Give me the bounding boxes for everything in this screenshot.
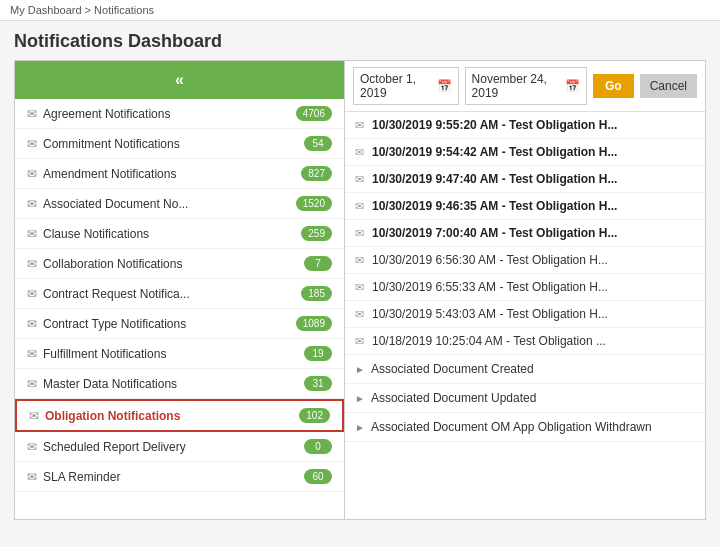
email-text-8: 10/18/2019 10:25:04 AM - Test Obligation… xyxy=(372,334,606,348)
notif-item-0[interactable]: ✉ Agreement Notifications 4706 xyxy=(15,99,344,129)
email-row-icon-0: ✉ xyxy=(355,119,364,132)
expand-item-2[interactable]: ► Associated Document OM App Obligation … xyxy=(345,413,705,442)
email-text-2: 10/30/2019 9:47:40 AM - Test Obligation … xyxy=(372,172,617,186)
email-icon-9: ✉ xyxy=(27,377,37,391)
notif-badge-9: 31 xyxy=(304,376,332,391)
email-icon-0: ✉ xyxy=(27,107,37,121)
email-row-icon-6: ✉ xyxy=(355,281,364,294)
notif-label-5: Collaboration Notifications xyxy=(43,257,304,271)
breadcrumb-separator: > xyxy=(82,4,95,16)
email-row-icon-4: ✉ xyxy=(355,227,364,240)
notif-badge-6: 185 xyxy=(301,286,332,301)
email-text-4: 10/30/2019 7:00:40 AM - Test Obligation … xyxy=(372,226,617,240)
notif-item-9[interactable]: ✉ Master Data Notifications 31 xyxy=(15,369,344,399)
right-content: ✉ 10/30/2019 9:55:20 AM - Test Obligatio… xyxy=(345,112,705,519)
notif-badge-2: 827 xyxy=(301,166,332,181)
right-panel: October 1, 2019 📅 November 24, 2019 📅 Go… xyxy=(345,61,705,519)
notif-label-3: Associated Document No... xyxy=(43,197,296,211)
notif-item-2[interactable]: ✉ Amendment Notifications 827 xyxy=(15,159,344,189)
page-title: Notifications Dashboard xyxy=(0,21,720,60)
email-icon-2: ✉ xyxy=(27,167,37,181)
email-item-2[interactable]: ✉ 10/30/2019 9:47:40 AM - Test Obligatio… xyxy=(345,166,705,193)
main-container: « ✉ Agreement Notifications 4706 ✉ Commi… xyxy=(14,60,706,520)
expand-label-0: Associated Document Created xyxy=(371,362,534,376)
date-from-value: October 1, 2019 xyxy=(360,72,433,100)
email-item-7[interactable]: ✉ 10/30/2019 5:43:03 AM - Test Obligatio… xyxy=(345,301,705,328)
notif-label-2: Amendment Notifications xyxy=(43,167,301,181)
email-icon-5: ✉ xyxy=(27,257,37,271)
expand-label-2: Associated Document OM App Obligation Wi… xyxy=(371,420,652,434)
breadcrumb-home[interactable]: My Dashboard xyxy=(10,4,82,16)
date-to-value: November 24, 2019 xyxy=(472,72,561,100)
go-button[interactable]: Go xyxy=(593,74,634,98)
notif-badge-0: 4706 xyxy=(296,106,332,121)
notif-item-11[interactable]: ✉ Scheduled Report Delivery 0 xyxy=(15,432,344,462)
calendar-from-icon[interactable]: 📅 xyxy=(437,79,452,93)
email-icon-6: ✉ xyxy=(27,287,37,301)
expand-icon-0: ► xyxy=(355,364,365,375)
email-text-5: 10/30/2019 6:56:30 AM - Test Obligation … xyxy=(372,253,608,267)
notif-label-12: SLA Reminder xyxy=(43,470,304,484)
email-item-6[interactable]: ✉ 10/30/2019 6:55:33 AM - Test Obligatio… xyxy=(345,274,705,301)
notif-label-11: Scheduled Report Delivery xyxy=(43,440,304,454)
email-icon-4: ✉ xyxy=(27,227,37,241)
notif-item-12[interactable]: ✉ SLA Reminder 60 xyxy=(15,462,344,492)
notif-item-10[interactable]: ✉ Obligation Notifications 102 xyxy=(15,399,344,432)
calendar-to-icon[interactable]: 📅 xyxy=(565,79,580,93)
notif-badge-11: 0 xyxy=(304,439,332,454)
email-text-3: 10/30/2019 9:46:35 AM - Test Obligation … xyxy=(372,199,617,213)
email-item-1[interactable]: ✉ 10/30/2019 9:54:42 AM - Test Obligatio… xyxy=(345,139,705,166)
email-row-icon-7: ✉ xyxy=(355,308,364,321)
notif-item-6[interactable]: ✉ Contract Request Notifica... 185 xyxy=(15,279,344,309)
left-panel: « ✉ Agreement Notifications 4706 ✉ Commi… xyxy=(15,61,345,519)
date-from-input[interactable]: October 1, 2019 📅 xyxy=(353,67,459,105)
notif-label-8: Fulfillment Notifications xyxy=(43,347,304,361)
email-row-icon-3: ✉ xyxy=(355,200,364,213)
email-icon-3: ✉ xyxy=(27,197,37,211)
email-item-5[interactable]: ✉ 10/30/2019 6:56:30 AM - Test Obligatio… xyxy=(345,247,705,274)
notification-list: ✉ Agreement Notifications 4706 ✉ Commitm… xyxy=(15,99,344,519)
notif-badge-4: 259 xyxy=(301,226,332,241)
date-to-input[interactable]: November 24, 2019 📅 xyxy=(465,67,587,105)
email-icon-12: ✉ xyxy=(27,470,37,484)
expand-icon-1: ► xyxy=(355,393,365,404)
notif-badge-3: 1520 xyxy=(296,196,332,211)
email-icon-7: ✉ xyxy=(27,317,37,331)
email-item-0[interactable]: ✉ 10/30/2019 9:55:20 AM - Test Obligatio… xyxy=(345,112,705,139)
notif-badge-10: 102 xyxy=(299,408,330,423)
notif-label-1: Commitment Notifications xyxy=(43,137,304,151)
notif-label-0: Agreement Notifications xyxy=(43,107,296,121)
email-text-7: 10/30/2019 5:43:03 AM - Test Obligation … xyxy=(372,307,608,321)
top-bar: My Dashboard > Notifications xyxy=(0,0,720,21)
notif-item-1[interactable]: ✉ Commitment Notifications 54 xyxy=(15,129,344,159)
expand-item-0[interactable]: ► Associated Document Created xyxy=(345,355,705,384)
notif-item-7[interactable]: ✉ Contract Type Notifications 1089 xyxy=(15,309,344,339)
email-item-8[interactable]: ✉ 10/18/2019 10:25:04 AM - Test Obligati… xyxy=(345,328,705,355)
expand-label-1: Associated Document Updated xyxy=(371,391,536,405)
email-row-icon-5: ✉ xyxy=(355,254,364,267)
expand-item-1[interactable]: ► Associated Document Updated xyxy=(345,384,705,413)
right-header: October 1, 2019 📅 November 24, 2019 📅 Go… xyxy=(345,61,705,112)
notif-item-4[interactable]: ✉ Clause Notifications 259 xyxy=(15,219,344,249)
notif-badge-8: 19 xyxy=(304,346,332,361)
notif-label-4: Clause Notifications xyxy=(43,227,301,241)
notif-item-3[interactable]: ✉ Associated Document No... 1520 xyxy=(15,189,344,219)
notif-badge-7: 1089 xyxy=(296,316,332,331)
email-text-6: 10/30/2019 6:55:33 AM - Test Obligation … xyxy=(372,280,608,294)
email-item-3[interactable]: ✉ 10/30/2019 9:46:35 AM - Test Obligatio… xyxy=(345,193,705,220)
notif-label-6: Contract Request Notifica... xyxy=(43,287,301,301)
email-text-0: 10/30/2019 9:55:20 AM - Test Obligation … xyxy=(372,118,617,132)
collapse-button[interactable]: « xyxy=(15,61,344,99)
notif-badge-12: 60 xyxy=(304,469,332,484)
email-row-icon-8: ✉ xyxy=(355,335,364,348)
expand-icon-2: ► xyxy=(355,422,365,433)
cancel-button[interactable]: Cancel xyxy=(640,74,697,98)
notif-badge-5: 7 xyxy=(304,256,332,271)
notif-label-10: Obligation Notifications xyxy=(45,409,299,423)
breadcrumb-current: Notifications xyxy=(94,4,154,16)
notif-badge-1: 54 xyxy=(304,136,332,151)
email-item-4[interactable]: ✉ 10/30/2019 7:00:40 AM - Test Obligatio… xyxy=(345,220,705,247)
notif-item-5[interactable]: ✉ Collaboration Notifications 7 xyxy=(15,249,344,279)
email-icon-8: ✉ xyxy=(27,347,37,361)
notif-item-8[interactable]: ✉ Fulfillment Notifications 19 xyxy=(15,339,344,369)
